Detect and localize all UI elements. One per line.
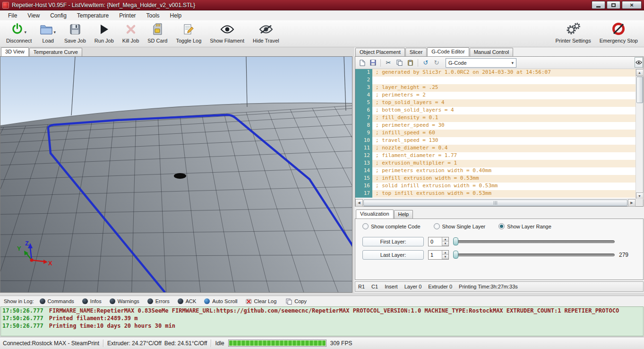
minimize-button[interactable] [592, 1, 605, 9]
radio-icon [434, 223, 440, 229]
slider-track[interactable] [453, 240, 615, 243]
code-line: ; extrusion_multiplier = 1 [372, 160, 635, 167]
3d-viewport[interactable]: Z X Y [0, 56, 352, 293]
radio-show-layer-range[interactable]: Show Layer Range [498, 223, 551, 229]
menu-file[interactable]: File [3, 11, 22, 20]
maximize-button[interactable] [607, 1, 620, 9]
toggle-ack[interactable]: ACK [178, 298, 197, 304]
close-button[interactable]: × [622, 1, 642, 9]
log-entry: 17:50:26.777Printed filament:2489.39 m [2, 315, 642, 323]
copy-log-button[interactable]: Copy [286, 298, 307, 305]
menu-view[interactable]: View [22, 11, 45, 20]
toggle-log-button[interactable]: Toggle Log [172, 21, 206, 46]
spin-up-icon[interactable]: ▲ [442, 237, 448, 242]
log-output[interactable]: 17:50:26.777FIRMWARE_NAME:RepetierMAX 0.… [0, 306, 644, 336]
slider-track[interactable] [453, 253, 615, 256]
show-filament-button[interactable]: Show Filament [206, 21, 249, 46]
slider-knob[interactable] [453, 251, 458, 259]
code-line: ; travel_speed = 130 [372, 137, 635, 145]
menu-temperature[interactable]: Temperature [72, 11, 114, 20]
printer-settings-button[interactable]: Printer Settings [551, 21, 595, 46]
right-tabs: Object Placement Slicer G-Code Editor Ma… [354, 47, 644, 56]
menu-help[interactable]: Help [165, 11, 187, 20]
printing-time: Printing Time:3h:27m:33s [459, 284, 518, 289]
printed-object [174, 173, 186, 179]
disconnect-button[interactable]: ▾ Disconnect [2, 21, 36, 46]
tab-gcode-editor[interactable]: G-Code Editor [427, 47, 469, 56]
editor-horizontal-scrollbar[interactable]: ◀ ▶ [355, 199, 635, 206]
eye-slash-icon [259, 25, 273, 35]
code-line: ; solid infill extrusion width = 0.53mm [372, 183, 635, 190]
log-message: Printing time:10 days 20 hours 30 min [49, 323, 175, 330]
gcode-text-area[interactable]: 1; generated by Slic3r 1.0.0RC2 on 2014-… [355, 69, 635, 200]
first-layer-spinner[interactable]: ▲▼ [428, 237, 449, 246]
clear-log-button[interactable]: Clear Log [246, 298, 277, 305]
load-dropdown-caret[interactable]: ▾ [53, 30, 56, 35]
tab-slicer[interactable]: Slicer [405, 48, 427, 56]
code-line: ; layer_height = .25 [372, 84, 635, 92]
copy-icon [286, 298, 292, 305]
load-button[interactable]: ▾ Load [36, 21, 60, 46]
tab-temperature-curve[interactable]: Temperature Curve [29, 48, 82, 56]
new-gcode-button[interactable] [357, 58, 367, 68]
radio-selected-icon [498, 223, 505, 229]
copy-button[interactable] [395, 58, 404, 68]
toggle-warnings[interactable]: Warnings [110, 298, 139, 304]
maximize-icon [611, 3, 616, 7]
kill-job-button[interactable]: Kill Job [118, 21, 143, 46]
first-layer-slider[interactable] [453, 237, 615, 246]
editor-vertical-scrollbar[interactable]: ▲ ▼ [635, 69, 643, 200]
run-job-button[interactable]: Run Job [90, 21, 118, 46]
tab-help[interactable]: Help [394, 210, 413, 218]
toolbar-separator [380, 59, 381, 67]
spin-down-icon[interactable]: ▼ [442, 255, 448, 259]
editor-visibility-toggle[interactable] [635, 57, 643, 68]
spin-up-icon[interactable]: ▲ [442, 251, 448, 255]
radio-show-complete-code[interactable]: Show complete Code [362, 223, 421, 229]
radio-show-single-layer[interactable]: Show Single Layer [434, 223, 486, 229]
gcode-type-dropdown[interactable]: G-Code ▾ [446, 58, 516, 68]
redo-button[interactable]: ↻ [432, 58, 441, 68]
insert-mode: Insert [385, 284, 398, 289]
tab-object-placement[interactable]: Object Placement [355, 48, 405, 56]
paste-button[interactable] [405, 58, 415, 68]
menu-printer[interactable]: Printer [114, 11, 141, 20]
save-job-button[interactable]: Save Job [60, 21, 90, 46]
slider-knob[interactable] [453, 237, 458, 245]
first-layer-input[interactable] [429, 237, 442, 246]
save-gcode-button[interactable] [368, 58, 378, 68]
cut-button[interactable]: ✂ [384, 58, 393, 68]
extruder-temperature: Extruder: 24.27°C/Off [107, 340, 162, 347]
menu-tools[interactable]: Tools [141, 11, 165, 20]
vertical-scroll-thumb[interactable] [636, 77, 643, 103]
warnings-icon [110, 298, 115, 304]
scroll-left-button[interactable]: ◀ [355, 199, 363, 207]
horizontal-scroll-thumb[interactable] [363, 200, 627, 206]
emergency-stop-button[interactable]: Emergency Stop [595, 21, 642, 46]
last-layer-spinner[interactable]: ▲▼ [428, 250, 449, 260]
spin-down-icon[interactable]: ▼ [442, 242, 448, 246]
radio-icon [362, 223, 369, 229]
scroll-right-button[interactable]: ▶ [628, 199, 635, 207]
disconnect-dropdown-caret[interactable]: ▾ [24, 30, 26, 35]
hide-travel-button[interactable]: Hide Travel [249, 21, 283, 46]
tab-visualization[interactable]: Visualization [356, 209, 394, 218]
tab-3d-view[interactable]: 3D View [1, 47, 29, 56]
last-layer-input[interactable] [429, 251, 442, 259]
spinner-buttons[interactable]: ▲▼ [442, 251, 448, 259]
last-layer-slider[interactable] [453, 250, 615, 260]
toggle-errors[interactable]: Errors [147, 298, 170, 304]
sd-card-button[interactable]: SD Card [143, 21, 172, 46]
close-icon: × [630, 2, 634, 8]
toggle-infos[interactable]: Infos [82, 298, 102, 304]
spinner-buttons[interactable]: ▲▼ [442, 237, 448, 246]
toggle-auto-scroll[interactable]: Auto Scroll [204, 298, 237, 304]
max-layer-value: 279 [619, 252, 634, 258]
toggle-commands[interactable]: Commands [40, 298, 74, 304]
menu-config[interactable]: Config [45, 11, 72, 20]
tab-manual-control[interactable]: Manual Control [470, 48, 514, 56]
scroll-up-button[interactable]: ▲ [636, 69, 644, 76]
undo-button[interactable]: ↺ [421, 58, 430, 68]
emergency-stop-icon [611, 22, 626, 37]
code-line: ; perimeters = 2 [372, 92, 635, 99]
